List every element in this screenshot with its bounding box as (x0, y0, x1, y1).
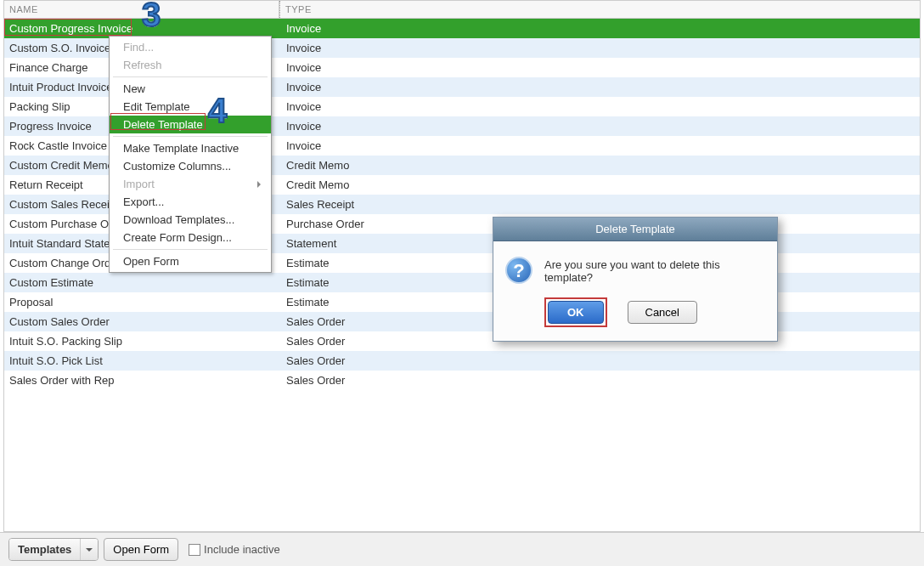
ok-button[interactable]: OK (548, 301, 604, 324)
cell-name: Custom Sales Order (4, 315, 281, 328)
cell-type: Invoice (281, 81, 920, 93)
menu-item[interactable]: Create Form Design... (110, 229, 271, 246)
templates-menu-button[interactable]: Templates (8, 538, 99, 561)
dialog-buttons: OK Cancel (493, 292, 777, 341)
column-header-type[interactable]: TYPE (280, 1, 920, 18)
menu-separator (113, 76, 268, 77)
open-form-button[interactable]: Open Form (104, 538, 178, 561)
table-row[interactable]: Intuit S.O. Packing SlipSales Order (4, 331, 920, 351)
menu-item[interactable]: Delete Template (110, 116, 271, 133)
annotation-box-5: OK (544, 297, 607, 327)
table-row[interactable]: Intuit S.O. Pick ListSales Order (4, 351, 920, 371)
cell-type: Sales Order (281, 374, 920, 387)
include-inactive-checkbox[interactable]: Include inactive (189, 543, 280, 556)
menu-item[interactable]: Make Template Inactive (110, 139, 271, 157)
table-row[interactable]: Custom EstimateEstimate (4, 273, 920, 292)
cell-type: Credit Memo (281, 178, 920, 191)
menu-item: Refresh (110, 56, 271, 74)
chevron-down-icon (80, 539, 98, 560)
cell-type: Invoice (281, 100, 920, 113)
cell-type: Sales Order (281, 354, 920, 367)
table-row[interactable]: Custom Sales OrderSales Order (4, 312, 920, 331)
menu-item[interactable]: Edit Template (110, 98, 271, 116)
menu-separator (113, 136, 268, 137)
table-header: NAME TYPE (4, 1, 920, 19)
cell-name: Sales Order with Rep (4, 374, 281, 387)
include-inactive-label: Include inactive (204, 543, 280, 556)
cell-name: Intuit S.O. Packing Slip (4, 335, 281, 348)
cell-type: Invoice (281, 22, 920, 35)
delete-template-dialog: Delete Template ? Are you sure you want … (493, 217, 778, 342)
menu-item[interactable]: Download Templates... (110, 211, 271, 229)
cell-type: Invoice (281, 139, 920, 152)
cell-type: Invoice (281, 120, 920, 133)
column-header-name[interactable]: NAME (4, 1, 279, 18)
bottom-toolbar: Templates Open Form Include inactive (0, 532, 924, 566)
menu-item[interactable]: Export... (110, 193, 271, 211)
cell-type: Sales Receipt (281, 198, 920, 211)
menu-item[interactable]: Customize Columns... (110, 157, 271, 175)
table-row[interactable]: Sales Order with RepSales Order (4, 371, 920, 390)
cell-name: Proposal (4, 296, 281, 308)
question-icon: ? (505, 257, 532, 284)
cell-type: Invoice (281, 42, 920, 54)
cell-type: Credit Memo (281, 159, 920, 172)
context-menu: Find...RefreshNewEdit TemplateDelete Tem… (109, 36, 272, 273)
table-row[interactable]: ProposalEstimate (4, 292, 920, 312)
dialog-title: Delete Template (493, 218, 777, 241)
cell-name: Intuit S.O. Pick List (4, 354, 281, 367)
templates-menu-label: Templates (9, 539, 80, 560)
cell-name: Custom Progress Invoice (4, 22, 281, 35)
menu-item[interactable]: Open Form (110, 252, 271, 270)
dialog-body: ? Are you sure you want to delete this t… (493, 241, 777, 292)
cell-type: Invoice (281, 61, 920, 74)
menu-item[interactable]: New (110, 80, 271, 98)
menu-item: Find... (110, 38, 271, 56)
menu-item: Import (110, 175, 271, 193)
menu-separator (113, 249, 268, 250)
cancel-button[interactable]: Cancel (628, 301, 697, 324)
checkbox-icon (189, 544, 200, 556)
cell-name: Custom Estimate (4, 276, 281, 289)
dialog-message: Are you sure you want to delete this tem… (544, 258, 765, 284)
